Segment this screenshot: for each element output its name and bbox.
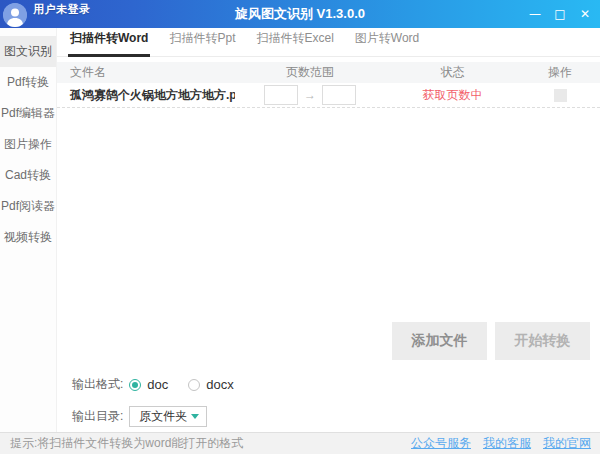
statusbar-links: 公众号服务 我的客服 我的官网 [411, 435, 591, 452]
sidebar-item-pdf-editor[interactable]: Pdf编辑器 [0, 98, 56, 129]
minimize-icon[interactable]: — [528, 7, 542, 21]
file-table-header: 文件名 页数范围 状态 操作 [57, 62, 600, 83]
sidebar: 图文识别 Pdf转换 Pdf编辑器 图片操作 Cad转换 Pdf阅读器 视频转换 [0, 28, 57, 432]
header-status: 状态 [385, 64, 520, 81]
action-buttons: 添加文件 开始转换 [57, 322, 600, 360]
tab-scan-to-word[interactable]: 扫描件转Word [68, 30, 150, 57]
sidebar-item-ocr[interactable]: 图文识别 [0, 36, 56, 67]
link-customer-service[interactable]: 我的客服 [483, 435, 531, 452]
sidebar-item-pdf-reader[interactable]: Pdf阅读器 [0, 191, 56, 222]
page-to-input[interactable] [322, 85, 356, 105]
app-window: 用户未登录 旋风图文识别 V1.3.0.0 — □ ✕ 图文识别 Pdf转换 P… [0, 0, 600, 454]
statusbar: 提示:将扫描件文件转换为word能打开的格式 公众号服务 我的客服 我的官网 [0, 432, 600, 454]
status-tip: 提示:将扫描件文件转换为word能打开的格式 [10, 435, 243, 452]
sidebar-item-video-convert[interactable]: 视频转换 [0, 222, 56, 253]
start-convert-button[interactable]: 开始转换 [495, 322, 590, 360]
header-page-range: 页数范围 [235, 64, 385, 81]
close-icon[interactable]: ✕ [578, 7, 592, 21]
row-checkbox[interactable] [554, 89, 567, 102]
main-content: 扫描件转Word 扫描件转Ppt 扫描件转Excel 图片转Word 文件名 页… [57, 28, 600, 432]
header-operation: 操作 [520, 64, 600, 81]
sidebar-item-image-tools[interactable]: 图片操作 [0, 129, 56, 160]
file-name: 孤鸿寡鹄个火锅地方地方地方.pdf [57, 87, 235, 104]
tab-image-to-word[interactable]: 图片转Word [353, 30, 421, 57]
page-range-controls: → [235, 85, 385, 105]
radio-docx-icon[interactable] [188, 379, 200, 391]
titlebar: 用户未登录 旋风图文识别 V1.3.0.0 — □ ✕ [0, 0, 600, 28]
add-file-button[interactable]: 添加文件 [392, 322, 487, 360]
output-format-options: doc docx [129, 377, 233, 392]
page-from-input[interactable] [264, 85, 298, 105]
sidebar-item-cad-convert[interactable]: Cad转换 [0, 160, 56, 191]
output-dir-label: 输出目录: [72, 408, 123, 425]
chevron-down-icon [191, 414, 199, 419]
radio-option-doc[interactable]: doc [129, 377, 168, 392]
tab-scan-to-ppt[interactable]: 扫描件转Ppt [167, 30, 237, 57]
output-dir-row: 输出目录: 原文件夹 [72, 406, 600, 427]
window-controls: — □ ✕ [528, 0, 592, 28]
status-badge: 获取页数中 [385, 87, 520, 104]
header-filename: 文件名 [57, 64, 235, 81]
tab-scan-to-excel[interactable]: 扫描件转Excel [254, 30, 335, 57]
output-format-row: 输出格式: doc docx [72, 376, 600, 393]
link-official-website[interactable]: 我的官网 [543, 435, 591, 452]
table-row: 孤鸿寡鹄个火锅地方地方地方.pdf → 获取页数中 [57, 83, 600, 108]
range-arrow-icon: → [304, 88, 316, 102]
empty-file-area [57, 108, 600, 322]
link-official-account[interactable]: 公众号服务 [411, 435, 471, 452]
radio-doc-label: doc [147, 377, 168, 392]
sidebar-item-pdf-convert[interactable]: Pdf转换 [0, 67, 56, 98]
tab-bar: 扫描件转Word 扫描件转Ppt 扫描件转Excel 图片转Word [57, 28, 600, 57]
radio-docx-label: docx [206, 377, 233, 392]
app-body: 图文识别 Pdf转换 Pdf编辑器 图片操作 Cad转换 Pdf阅读器 视频转换… [0, 28, 600, 432]
user-status-label[interactable]: 用户未登录 [33, 2, 91, 17]
output-format-label: 输出格式: [72, 376, 123, 393]
output-dir-select[interactable]: 原文件夹 [129, 406, 207, 427]
radio-option-docx[interactable]: docx [188, 377, 233, 392]
user-avatar-icon[interactable] [3, 3, 27, 27]
output-dir-value: 原文件夹 [139, 408, 187, 425]
radio-doc-icon[interactable] [129, 379, 141, 391]
maximize-icon[interactable]: □ [553, 7, 567, 21]
